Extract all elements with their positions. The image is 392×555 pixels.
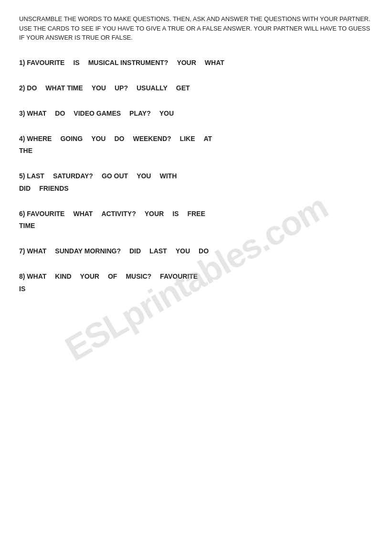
- question-3-word-2: DO: [55, 108, 65, 120]
- question-3: 3) WHATDOVIDEO GAMESPLAY?YOU: [19, 108, 373, 120]
- question-2: 2) DOWHAT TIMEYOUUP?USUALLYGET: [19, 82, 373, 94]
- question-8-word-2: KIND: [55, 271, 71, 283]
- question-8-word-4: OF: [108, 271, 117, 283]
- question-4-word-5: WEEKEND?: [133, 133, 171, 145]
- question-1-word-5: WHAT: [205, 57, 224, 69]
- question-5-word-2: FRIENDS: [39, 183, 68, 195]
- question-3-word-4: PLAY?: [129, 108, 151, 120]
- question-2-word-6: GET: [176, 82, 190, 94]
- question-1-word-1: 1) FAVOURITE: [19, 57, 64, 69]
- question-6-word-6: FREE: [187, 208, 205, 220]
- questions-container: 1) FAVOURITEISMUSICAL INSTRUMENT?YOURWHA…: [19, 57, 373, 295]
- question-4-line-2: THE: [19, 145, 373, 157]
- question-2-word-4: UP?: [115, 82, 128, 94]
- question-8-line-2: IS: [19, 283, 373, 295]
- question-8-word-1: 8) WHAT: [19, 271, 46, 283]
- question-7-word-4: LAST: [149, 245, 167, 257]
- question-6-line-2: TIME: [19, 220, 373, 232]
- question-4-word-7: AT: [203, 133, 212, 145]
- question-3-word-1: 3) WHAT: [19, 108, 46, 120]
- question-2-word-5: USUALLY: [137, 82, 168, 94]
- question-4-word-3: YOU: [91, 133, 106, 145]
- question-5-word-3: GO OUT: [102, 170, 128, 182]
- question-7-word-1: 7) WHAT: [19, 245, 46, 257]
- question-7-word-3: DID: [129, 245, 141, 257]
- question-8-word-3: YOUR: [80, 271, 99, 283]
- question-8-line-1: 8) WHATKINDYOUROFMUSIC?FAVOURITE: [19, 271, 373, 283]
- question-8-word-6: FAVOURITE: [160, 271, 198, 283]
- question-1-line-1: 1) FAVOURITEISMUSICAL INSTRUMENT?YOURWHA…: [19, 57, 373, 69]
- question-5-word-5: WITH: [159, 170, 177, 182]
- question-7: 7) WHATSUNDAY MORNING?DIDLASTYOUDO: [19, 245, 373, 257]
- question-6: 6) FAVOURITEWHATACTIVITY?YOURISFREETIME: [19, 208, 373, 232]
- question-7-word-6: DO: [199, 245, 209, 257]
- question-4: 4) WHEREGOINGYOUDOWEEKEND?LIKEATTHE: [19, 133, 373, 157]
- question-1-word-3: MUSICAL INSTRUMENT?: [88, 57, 169, 69]
- question-2-word-3: YOU: [92, 82, 106, 94]
- question-7-line-1: 7) WHATSUNDAY MORNING?DIDLASTYOUDO: [19, 245, 373, 257]
- question-6-word-1: TIME: [19, 220, 35, 232]
- question-4-line-1: 4) WHEREGOINGYOUDOWEEKEND?LIKEAT: [19, 133, 373, 145]
- question-8: 8) WHATKINDYOUROFMUSIC?FAVOURITEIS: [19, 271, 373, 294]
- question-5-word-1: 5) LAST: [19, 170, 44, 182]
- question-8-word-1: IS: [19, 283, 25, 295]
- question-1: 1) FAVOURITEISMUSICAL INSTRUMENT?YOURWHA…: [19, 57, 373, 69]
- question-5: 5) LASTSATURDAY?GO OUTYOUWITHDIDFRIENDS: [19, 170, 373, 194]
- question-6-word-5: IS: [172, 208, 179, 220]
- question-3-word-5: YOU: [159, 108, 174, 120]
- question-6-word-1: 6) FAVOURITE: [19, 208, 64, 220]
- question-2-line-1: 2) DOWHAT TIMEYOUUP?USUALLYGET: [19, 82, 373, 94]
- question-1-word-2: IS: [73, 57, 79, 69]
- question-6-word-4: YOUR: [145, 208, 164, 220]
- question-5-word-2: SATURDAY?: [53, 170, 93, 182]
- question-6-word-2: WHAT: [73, 208, 93, 220]
- question-8-word-5: MUSIC?: [126, 271, 151, 283]
- instructions-text: UNSCRAMBLE THE WORDS TO MAKE QUESTIONS. …: [19, 14, 373, 43]
- question-7-word-5: YOU: [176, 245, 190, 257]
- question-4-word-4: DO: [114, 133, 124, 145]
- question-5-line-2: DIDFRIENDS: [19, 183, 373, 195]
- question-3-word-3: VIDEO GAMES: [74, 108, 121, 120]
- question-5-line-1: 5) LASTSATURDAY?GO OUTYOUWITH: [19, 170, 373, 182]
- question-2-word-2: WHAT TIME: [45, 82, 83, 94]
- question-4-word-1: 4) WHERE: [19, 133, 52, 145]
- question-3-line-1: 3) WHATDOVIDEO GAMESPLAY?YOU: [19, 108, 373, 120]
- question-2-word-1: 2) DO: [19, 82, 37, 94]
- question-7-word-2: SUNDAY MORNING?: [55, 245, 121, 257]
- question-4-word-1: THE: [19, 145, 32, 157]
- question-5-word-1: DID: [19, 183, 31, 195]
- question-1-word-4: YOUR: [177, 57, 196, 69]
- question-4-word-6: LIKE: [180, 133, 195, 145]
- question-5-word-4: YOU: [137, 170, 151, 182]
- question-4-word-2: GOING: [60, 133, 83, 145]
- question-6-line-1: 6) FAVOURITEWHATACTIVITY?YOURISFREE: [19, 208, 373, 220]
- question-6-word-3: ACTIVITY?: [101, 208, 136, 220]
